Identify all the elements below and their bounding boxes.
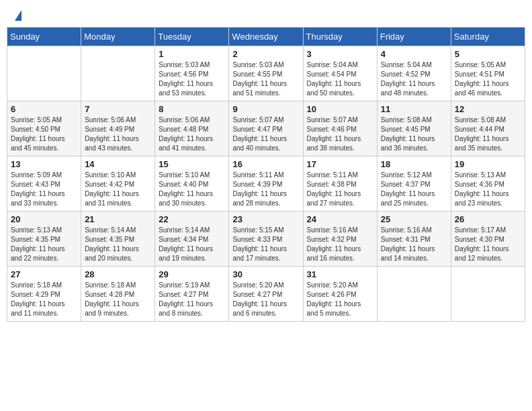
day-number: 1 [159, 49, 225, 59]
day-number: 6 [11, 104, 77, 114]
calendar-header-row: SundayMondayTuesdayWednesdayThursdayFrid… [7, 28, 525, 46]
calendar-cell: 13Sunrise: 5:09 AM Sunset: 4:43 PM Dayli… [7, 156, 81, 212]
logo [13, 10, 21, 18]
day-info: Sunrise: 5:18 AM Sunset: 4:28 PM Dayligh… [85, 281, 151, 318]
calendar-cell: 30Sunrise: 5:20 AM Sunset: 4:27 PM Dayli… [229, 267, 303, 322]
day-info: Sunrise: 5:14 AM Sunset: 4:34 PM Dayligh… [159, 226, 225, 263]
day-header-friday: Friday [377, 28, 451, 46]
calendar-cell: 24Sunrise: 5:16 AM Sunset: 4:32 PM Dayli… [303, 212, 377, 267]
day-number: 30 [232, 269, 299, 279]
calendar-cell: 19Sunrise: 5:13 AM Sunset: 4:36 PM Dayli… [451, 156, 525, 212]
day-info: Sunrise: 5:15 AM Sunset: 4:33 PM Dayligh… [232, 226, 299, 263]
calendar-week-1: 1Sunrise: 5:03 AM Sunset: 4:56 PM Daylig… [7, 46, 525, 101]
day-header-tuesday: Tuesday [155, 28, 229, 46]
calendar-cell: 5Sunrise: 5:05 AM Sunset: 4:51 PM Daylig… [451, 46, 525, 101]
calendar-cell: 16Sunrise: 5:11 AM Sunset: 4:39 PM Dayli… [229, 156, 303, 212]
day-header-monday: Monday [81, 28, 155, 46]
day-number: 23 [232, 214, 299, 224]
day-info: Sunrise: 5:11 AM Sunset: 4:38 PM Dayligh… [307, 171, 373, 208]
day-info: Sunrise: 5:13 AM Sunset: 4:36 PM Dayligh… [455, 171, 521, 208]
day-info: Sunrise: 5:16 AM Sunset: 4:32 PM Dayligh… [307, 226, 373, 263]
calendar-cell: 18Sunrise: 5:12 AM Sunset: 4:37 PM Dayli… [377, 156, 451, 212]
day-info: Sunrise: 5:09 AM Sunset: 4:43 PM Dayligh… [11, 171, 77, 208]
day-info: Sunrise: 5:05 AM Sunset: 4:51 PM Dayligh… [455, 60, 521, 98]
day-info: Sunrise: 5:03 AM Sunset: 4:55 PM Dayligh… [232, 60, 299, 98]
day-number: 12 [455, 104, 521, 114]
day-info: Sunrise: 5:16 AM Sunset: 4:31 PM Dayligh… [381, 226, 447, 263]
day-header-saturday: Saturday [451, 28, 525, 46]
calendar-cell: 17Sunrise: 5:11 AM Sunset: 4:38 PM Dayli… [303, 156, 377, 212]
day-number: 4 [381, 49, 447, 59]
calendar-cell: 4Sunrise: 5:04 AM Sunset: 4:52 PM Daylig… [377, 46, 451, 101]
day-header-sunday: Sunday [7, 28, 81, 46]
day-info: Sunrise: 5:10 AM Sunset: 4:42 PM Dayligh… [85, 171, 151, 208]
day-info: Sunrise: 5:08 AM Sunset: 4:45 PM Dayligh… [381, 116, 447, 153]
page-header [7, 7, 525, 21]
day-number: 7 [85, 104, 151, 114]
calendar-week-2: 6Sunrise: 5:05 AM Sunset: 4:50 PM Daylig… [7, 101, 525, 156]
day-number: 25 [381, 214, 447, 224]
day-number: 5 [455, 49, 521, 59]
day-header-thursday: Thursday [303, 28, 377, 46]
calendar-cell: 10Sunrise: 5:07 AM Sunset: 4:46 PM Dayli… [303, 101, 377, 156]
calendar-cell: 14Sunrise: 5:10 AM Sunset: 4:42 PM Dayli… [81, 156, 155, 212]
logo-triangle [15, 10, 21, 21]
calendar-cell: 3Sunrise: 5:04 AM Sunset: 4:54 PM Daylig… [303, 46, 377, 101]
calendar-week-3: 13Sunrise: 5:09 AM Sunset: 4:43 PM Dayli… [7, 156, 525, 212]
calendar-cell: 6Sunrise: 5:05 AM Sunset: 4:50 PM Daylig… [7, 101, 81, 156]
day-number: 21 [85, 214, 151, 224]
day-info: Sunrise: 5:04 AM Sunset: 4:54 PM Dayligh… [307, 60, 373, 98]
day-info: Sunrise: 5:06 AM Sunset: 4:48 PM Dayligh… [159, 116, 225, 153]
day-info: Sunrise: 5:11 AM Sunset: 4:39 PM Dayligh… [232, 171, 299, 208]
day-info: Sunrise: 5:20 AM Sunset: 4:27 PM Dayligh… [232, 281, 299, 318]
day-info: Sunrise: 5:07 AM Sunset: 4:47 PM Dayligh… [232, 116, 299, 153]
day-number: 14 [85, 159, 151, 169]
day-number: 26 [455, 214, 521, 224]
day-info: Sunrise: 5:17 AM Sunset: 4:30 PM Dayligh… [455, 226, 521, 263]
calendar-cell: 2Sunrise: 5:03 AM Sunset: 4:55 PM Daylig… [229, 46, 303, 101]
day-number: 29 [159, 269, 225, 279]
day-header-wednesday: Wednesday [229, 28, 303, 46]
day-number: 27 [11, 269, 77, 279]
day-number: 3 [307, 49, 373, 59]
calendar-cell: 23Sunrise: 5:15 AM Sunset: 4:33 PM Dayli… [229, 212, 303, 267]
day-info: Sunrise: 5:20 AM Sunset: 4:26 PM Dayligh… [307, 281, 373, 318]
calendar-cell: 22Sunrise: 5:14 AM Sunset: 4:34 PM Dayli… [155, 212, 229, 267]
day-info: Sunrise: 5:10 AM Sunset: 4:40 PM Dayligh… [159, 171, 225, 208]
day-info: Sunrise: 5:06 AM Sunset: 4:49 PM Dayligh… [85, 116, 151, 153]
day-number: 17 [307, 159, 373, 169]
day-number: 9 [232, 104, 299, 114]
calendar-cell: 31Sunrise: 5:20 AM Sunset: 4:26 PM Dayli… [303, 267, 377, 322]
calendar-cell: 11Sunrise: 5:08 AM Sunset: 4:45 PM Dayli… [377, 101, 451, 156]
calendar-cell: 12Sunrise: 5:08 AM Sunset: 4:44 PM Dayli… [451, 101, 525, 156]
calendar-week-4: 20Sunrise: 5:13 AM Sunset: 4:35 PM Dayli… [7, 212, 525, 267]
calendar-cell: 7Sunrise: 5:06 AM Sunset: 4:49 PM Daylig… [81, 101, 155, 156]
calendar-cell: 8Sunrise: 5:06 AM Sunset: 4:48 PM Daylig… [155, 101, 229, 156]
day-info: Sunrise: 5:08 AM Sunset: 4:44 PM Dayligh… [455, 116, 521, 153]
calendar-cell: 27Sunrise: 5:18 AM Sunset: 4:29 PM Dayli… [7, 267, 81, 322]
day-number: 19 [455, 159, 521, 169]
day-number: 31 [307, 269, 373, 279]
day-number: 28 [85, 269, 151, 279]
day-info: Sunrise: 5:14 AM Sunset: 4:35 PM Dayligh… [85, 226, 151, 263]
day-number: 15 [159, 159, 225, 169]
day-info: Sunrise: 5:18 AM Sunset: 4:29 PM Dayligh… [11, 281, 77, 318]
calendar-cell: 15Sunrise: 5:10 AM Sunset: 4:40 PM Dayli… [155, 156, 229, 212]
calendar-week-5: 27Sunrise: 5:18 AM Sunset: 4:29 PM Dayli… [7, 267, 525, 322]
calendar-cell: 1Sunrise: 5:03 AM Sunset: 4:56 PM Daylig… [155, 46, 229, 101]
calendar-cell: 29Sunrise: 5:19 AM Sunset: 4:27 PM Dayli… [155, 267, 229, 322]
calendar-table: SundayMondayTuesdayWednesdayThursdayFrid… [7, 27, 525, 322]
day-number: 16 [232, 159, 299, 169]
calendar-cell: 9Sunrise: 5:07 AM Sunset: 4:47 PM Daylig… [229, 101, 303, 156]
day-number: 24 [307, 214, 373, 224]
calendar-cell: 28Sunrise: 5:18 AM Sunset: 4:28 PM Dayli… [81, 267, 155, 322]
day-info: Sunrise: 5:13 AM Sunset: 4:35 PM Dayligh… [11, 226, 77, 263]
calendar-cell [7, 46, 81, 101]
calendar-cell [451, 267, 525, 322]
day-number: 11 [381, 104, 447, 114]
day-number: 2 [232, 49, 299, 59]
calendar-cell: 26Sunrise: 5:17 AM Sunset: 4:30 PM Dayli… [451, 212, 525, 267]
calendar-cell: 25Sunrise: 5:16 AM Sunset: 4:31 PM Dayli… [377, 212, 451, 267]
day-number: 8 [159, 104, 225, 114]
day-info: Sunrise: 5:12 AM Sunset: 4:37 PM Dayligh… [381, 171, 447, 208]
